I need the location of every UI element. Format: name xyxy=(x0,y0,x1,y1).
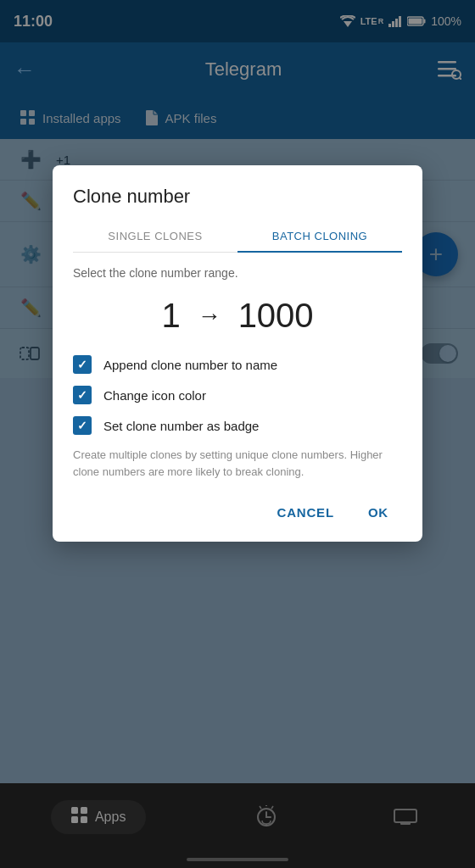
range-arrow-icon: → xyxy=(198,303,221,330)
dialog-title: Clone number xyxy=(73,186,402,208)
clone-number-dialog: Clone number SINGLE CLONES BATCH CLONING… xyxy=(53,165,422,542)
range-start-value[interactable]: 1 xyxy=(161,297,180,335)
tab-batch-cloning[interactable]: BATCH CLONING xyxy=(238,221,402,253)
checkbox-label-3: Set clone number as badge xyxy=(103,419,259,433)
phone-frame: 11:00 LTER 100 xyxy=(0,0,475,868)
tab-single-clones[interactable]: SINGLE CLONES xyxy=(73,221,238,253)
checkbox-set-badge[interactable]: ✓ xyxy=(73,416,92,435)
checkbox-row-1: ✓ Append clone number to name xyxy=(73,355,402,374)
checkbox-label-1: Append clone number to name xyxy=(103,358,277,372)
checkbox-row-2: ✓ Change icon color xyxy=(73,386,402,404)
range-row: 1 → 1000 xyxy=(73,297,402,335)
dialog-info-text: Create multiple clones by setting unique… xyxy=(73,447,402,480)
checkmark-2: ✓ xyxy=(77,388,87,402)
checkbox-change-icon-color[interactable]: ✓ xyxy=(73,386,92,404)
dialog-actions: CANCEL OK xyxy=(73,493,402,528)
checkmark-3: ✓ xyxy=(77,419,87,432)
cancel-button[interactable]: CANCEL xyxy=(264,497,348,528)
ok-button[interactable]: OK xyxy=(355,497,402,528)
range-end-value[interactable]: 1000 xyxy=(238,297,314,335)
checkbox-label-2: Change icon color xyxy=(103,388,206,403)
dialog-description: Select the clone number range. xyxy=(73,266,402,280)
checkbox-append-name[interactable]: ✓ xyxy=(73,355,92,374)
checkmark-1: ✓ xyxy=(77,358,87,371)
checkbox-row-3: ✓ Set clone number as badge xyxy=(73,416,402,435)
dialog-tabs: SINGLE CLONES BATCH CLONING xyxy=(73,221,402,253)
